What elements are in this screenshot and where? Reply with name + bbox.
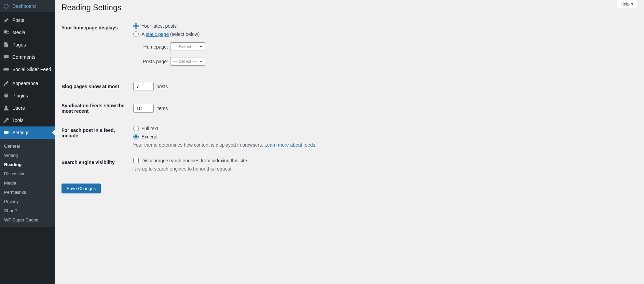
sidebar-item-label: Comments [12, 54, 36, 60]
feed-learn-more-link[interactable]: Learn more about feeds [264, 142, 315, 148]
submenu-item-shariff[interactable]: Shariff [0, 206, 55, 215]
slider-icon [3, 66, 10, 73]
dashboard-icon [3, 3, 10, 10]
sidebar-item-label: Posts [12, 17, 24, 23]
feed-excerpt-radio[interactable] [133, 134, 139, 139]
sidebar-item-pages[interactable]: Pages [0, 39, 55, 51]
feed-desc-prefix: Your theme determines how content is dis… [133, 142, 264, 148]
pages-icon [3, 41, 10, 48]
main-content: Help ▾ Reading Settings Your homepage di… [55, 0, 644, 284]
visibility-checkbox-label: Discourage search engines from indexing … [141, 158, 247, 163]
submenu-item-general[interactable]: General [0, 141, 55, 151]
sidebar-item-label: Tools [12, 118, 24, 123]
media-icon [3, 29, 10, 36]
submenu-item-media[interactable]: Media [0, 178, 55, 188]
help-label: Help [620, 1, 630, 6]
user-icon [3, 105, 10, 111]
blog-pages-input[interactable] [133, 82, 154, 91]
homepage-select-label: Homepage: [141, 44, 168, 50]
sidebar-item-posts[interactable]: Posts [0, 14, 55, 26]
sidebar-item-dashboard[interactable]: Dashboard [0, 0, 55, 12]
posts-page-select-label: Posts page: [141, 59, 168, 64]
save-button[interactable]: Save Changes [61, 184, 101, 193]
feed-desc-suffix: . [315, 142, 317, 148]
blog-pages-unit: posts [156, 84, 168, 89]
feed-full-text-radio[interactable] [133, 126, 139, 131]
feed-include-label: For each post in a feed, include [61, 121, 130, 153]
syndication-label: Syndication feeds show the most recent [61, 96, 130, 121]
static-page-selects: Homepage: — Select — Posts page: — Selec… [141, 42, 634, 66]
static-page-prefix: A [141, 31, 146, 37]
plugin-icon [3, 92, 10, 99]
sidebar-item-media[interactable]: Media [0, 26, 55, 39]
pin-icon [3, 17, 10, 24]
settings-form-table: Your homepage displays Your latest posts… [61, 18, 637, 177]
visibility-description: It is up to search engines to honor this… [133, 166, 634, 172]
homepage-latest-posts-radio[interactable] [133, 23, 139, 29]
settings-submenu: General Writing Reading Discussion Media… [0, 139, 55, 227]
sidebar-item-settings[interactable]: Settings [0, 126, 55, 139]
sidebar-item-label: Media [12, 30, 25, 35]
homepage-static-page-label: A static page (select below) [141, 31, 200, 37]
sidebar-item-social-slider[interactable]: Social Slider Feed [0, 63, 55, 76]
homepage-latest-posts-label: Your latest posts [141, 23, 177, 29]
feed-description: Your theme determines how content is dis… [133, 142, 634, 148]
feed-full-text-label: Full text [141, 126, 158, 131]
homepage-static-page-radio[interactable] [133, 31, 139, 37]
static-page-suffix: (select below) [169, 31, 200, 37]
sidebar-item-appearance[interactable]: Appearance [0, 77, 55, 90]
sidebar-item-label: Dashboard [12, 3, 36, 9]
sidebar-item-label: Pages [12, 42, 26, 48]
help-tab[interactable]: Help ▾ [617, 0, 637, 8]
visibility-label: Search engine visibility [61, 153, 130, 177]
settings-icon [3, 129, 10, 136]
admin-sidebar: Dashboard Posts Media Pages Comments Soc… [0, 0, 55, 284]
chevron-down-icon: ▾ [631, 1, 633, 6]
sidebar-item-comments[interactable]: Comments [0, 51, 55, 63]
submenu-item-discussion[interactable]: Discussion [0, 169, 55, 178]
page-title: Reading Settings [61, 0, 637, 14]
visibility-checkbox[interactable] [133, 158, 139, 163]
submenu-item-wp-super-cache[interactable]: WP Super Cache [0, 215, 55, 225]
sidebar-item-label: Social Slider Feed [12, 67, 51, 72]
sidebar-item-plugins[interactable]: Plugins [0, 90, 55, 102]
posts-page-select[interactable]: — Select — [170, 57, 205, 66]
homepage-select[interactable]: — Select — [170, 42, 205, 51]
submenu-item-reading[interactable]: Reading [0, 160, 55, 169]
sidebar-item-tools[interactable]: Tools [0, 114, 55, 126]
syndication-unit: items [156, 106, 168, 111]
sidebar-item-label: Appearance [12, 81, 38, 86]
brush-icon [3, 80, 10, 87]
wrench-icon [3, 117, 10, 124]
homepage-displays-label: Your homepage displays [61, 18, 130, 77]
submenu-item-permalinks[interactable]: Permalinks [0, 188, 55, 197]
submenu-item-writing[interactable]: Writing [0, 151, 55, 160]
blog-pages-label: Blog pages show at most [61, 77, 130, 96]
sidebar-item-label: Settings [12, 130, 30, 135]
comments-icon [3, 54, 10, 60]
sidebar-item-label: Plugins [12, 93, 28, 98]
sidebar-item-users[interactable]: Users [0, 102, 55, 114]
static-page-link[interactable]: static page [146, 31, 169, 37]
sidebar-item-label: Users [12, 105, 25, 111]
submenu-item-privacy[interactable]: Privacy [0, 197, 55, 206]
syndication-input[interactable] [133, 104, 154, 113]
feed-excerpt-label: Excerpt [141, 134, 157, 139]
